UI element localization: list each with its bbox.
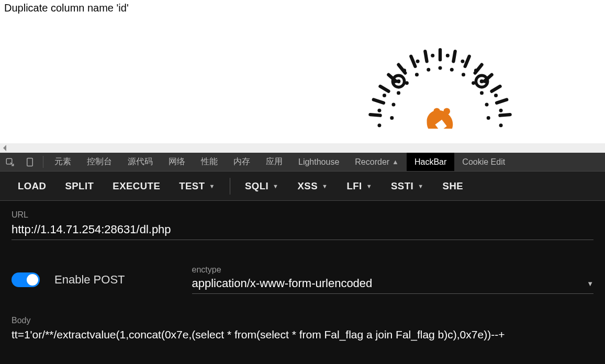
svg-point-30 — [377, 109, 381, 112]
tab-separator — [43, 156, 43, 168]
svg-point-33 — [450, 68, 454, 72]
body-input[interactable]: tt=1'or/**/extractvalue(1,concat(0x7e,(s… — [12, 327, 593, 341]
xss-label: XSS — [297, 180, 318, 192]
svg-point-20 — [474, 69, 478, 72]
shell-label: SHE — [443, 180, 464, 192]
tab-network[interactable]: 网络 — [161, 153, 193, 171]
svg-point-36 — [415, 73, 419, 76]
svg-point-52 — [443, 108, 450, 115]
url-input[interactable]: http://1.14.71.254:28631/dl.php — [12, 222, 593, 240]
execute-button[interactable]: EXECUTE — [105, 176, 167, 196]
caret-down-icon: ▼ — [418, 183, 423, 189]
sql-error-message: Duplicate column name 'id' — [4, 2, 601, 14]
devtools-panel: 元素 控制台 源代码 网络 性能 内存 应用 Lighthouse Record… — [0, 153, 605, 364]
enctype-select[interactable]: application/x-www-form-urlencoded — [192, 277, 587, 290]
tab-recorder-label: Recorder — [355, 157, 389, 167]
svg-point-51 — [433, 108, 440, 115]
lfi-dropdown[interactable]: LFI ▼ — [339, 176, 379, 196]
svg-point-42 — [391, 103, 395, 107]
svg-point-35 — [462, 73, 465, 76]
toggle-knob — [27, 274, 38, 286]
caret-down-icon: ▼ — [273, 183, 278, 189]
enable-post-toggle[interactable] — [12, 272, 40, 287]
svg-line-6 — [497, 99, 507, 103]
url-label: URL — [12, 210, 593, 220]
page-content: Duplicate column name 'id' — [0, 0, 605, 143]
split-button[interactable]: SPLIT — [58, 176, 101, 196]
test-dropdown[interactable]: TEST ▼ — [172, 176, 222, 196]
enctype-field: enctype application/x-www-form-urlencode… — [192, 265, 593, 294]
svg-line-15 — [374, 99, 384, 103]
toolbar-separator — [230, 178, 230, 195]
svg-point-22 — [494, 94, 498, 97]
svg-line-1 — [453, 51, 455, 61]
tab-hackbar[interactable]: HackBar — [407, 153, 454, 171]
shell-dropdown[interactable]: SHE — [435, 176, 471, 196]
enctype-label: enctype — [192, 265, 593, 275]
svg-point-29 — [383, 94, 386, 97]
svg-point-40 — [397, 91, 400, 95]
tab-cookie-editor[interactable]: Cookie Edit — [454, 153, 513, 171]
inspect-element-icon[interactable] — [0, 153, 20, 171]
svg-point-41 — [485, 103, 489, 107]
svg-line-7 — [500, 115, 510, 116]
tab-application[interactable]: 应用 — [258, 153, 290, 171]
xss-dropdown[interactable]: XSS ▼ — [290, 176, 335, 196]
tab-elements[interactable]: 元素 — [47, 153, 79, 171]
svg-point-44 — [390, 116, 394, 120]
tab-performance[interactable]: 性能 — [193, 153, 226, 171]
hackbar-body: URL http://1.14.71.254:28631/dl.php Enab… — [0, 201, 605, 364]
device-toggle-icon[interactable] — [20, 153, 40, 171]
ssti-dropdown[interactable]: SSTI ▼ — [384, 176, 431, 196]
enable-post-label: Enable POST — [54, 273, 125, 287]
svg-line-11 — [411, 56, 415, 66]
svg-point-25 — [431, 54, 434, 58]
flask-icon: ▲ — [392, 158, 399, 166]
svg-point-34 — [427, 68, 430, 72]
tab-sources[interactable]: 源代码 — [120, 153, 161, 171]
tab-console[interactable]: 控制台 — [79, 153, 120, 171]
test-label: TEST — [179, 180, 205, 192]
caret-down-icon: ▼ — [322, 183, 328, 189]
chevron-down-icon[interactable]: ▼ — [587, 280, 593, 288]
svg-point-31 — [377, 123, 381, 127]
svg-line-10 — [425, 51, 427, 61]
svg-line-5 — [492, 86, 500, 92]
svg-point-43 — [487, 116, 490, 120]
svg-point-27 — [402, 69, 406, 72]
svg-point-49 — [397, 79, 401, 84]
svg-point-50 — [480, 79, 484, 84]
sqli-label: SQLI — [245, 180, 268, 192]
svg-point-32 — [439, 66, 442, 70]
svg-point-23 — [499, 109, 503, 112]
caret-down-icon: ▼ — [366, 183, 372, 189]
svg-point-19 — [461, 60, 464, 63]
svg-line-16 — [370, 115, 380, 116]
qr-code-image — [357, 40, 523, 129]
svg-point-24 — [499, 123, 503, 127]
lfi-label: LFI — [346, 180, 362, 192]
svg-line-14 — [380, 86, 389, 92]
devtools-tabbar: 元素 控制台 源代码 网络 性能 内存 应用 Lighthouse Record… — [0, 153, 605, 172]
horizontal-scrollbar[interactable] — [0, 143, 605, 153]
tab-lighthouse[interactable]: Lighthouse — [290, 153, 347, 171]
caret-down-icon: ▼ — [209, 183, 215, 189]
svg-rect-54 — [27, 158, 33, 166]
tab-memory[interactable]: 内存 — [226, 153, 258, 171]
ssti-label: SSTI — [391, 180, 413, 192]
svg-point-18 — [446, 54, 450, 58]
svg-point-39 — [480, 91, 484, 95]
svg-line-2 — [465, 56, 469, 66]
svg-point-26 — [416, 60, 420, 63]
tab-recorder[interactable]: Recorder ▲ — [347, 153, 407, 171]
body-label: Body — [12, 316, 593, 325]
hackbar-toolbar: LOAD SPLIT EXECUTE TEST ▼ SQLI ▼ XSS ▼ L… — [0, 172, 605, 201]
load-button[interactable]: LOAD — [10, 176, 53, 196]
sqli-dropdown[interactable]: SQLI ▼ — [238, 176, 286, 196]
